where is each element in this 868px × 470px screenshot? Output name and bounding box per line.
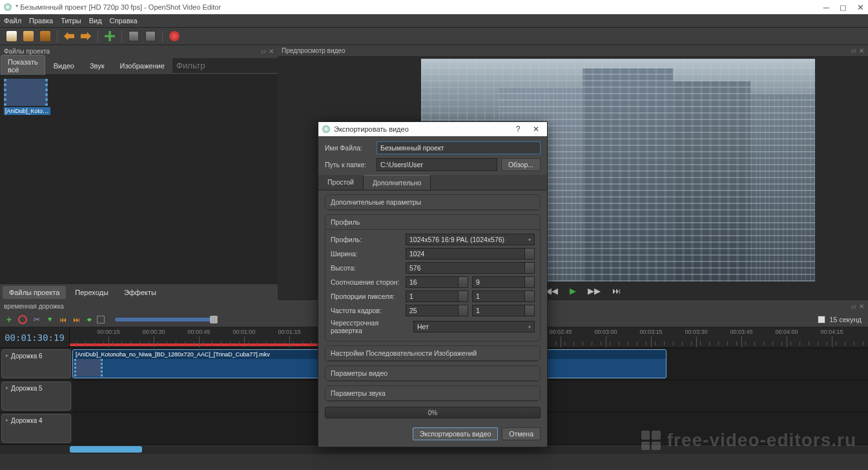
filter-tab-image[interactable]: Изображение — [112, 59, 171, 73]
redo-icon[interactable] — [81, 31, 91, 41]
minimize-button[interactable]: ─ — [823, 3, 829, 12]
import-files-icon[interactable] — [105, 31, 115, 41]
menu-titles[interactable]: Титры — [61, 17, 81, 25]
fps-num-spinbox[interactable]: 25▲▼ — [406, 305, 468, 316]
ruler-label: 00:00:45 — [187, 329, 210, 335]
tab-transitions[interactable]: Переходы — [68, 286, 115, 299]
interlace-combobox[interactable]: Нет — [413, 321, 535, 332]
undock-icon[interactable]: ▱ — [851, 47, 856, 54]
panel-label: Предпросмотр видео — [282, 47, 345, 54]
toolbar-separator — [98, 30, 98, 42]
razor-icon[interactable]: ✂ — [34, 315, 40, 324]
cancel-button[interactable]: Отмена — [502, 427, 541, 440]
filename-input[interactable] — [377, 141, 541, 154]
dialog-close-button[interactable]: ✕ — [529, 125, 543, 134]
open-project-icon[interactable] — [23, 31, 34, 41]
filter-tabs: Показать всё Видео Звук Изображение — [0, 57, 278, 75]
profile-combobox[interactable]: 1024x576 16:9 PAL (1024x576) — [406, 234, 535, 245]
close-panel-icon[interactable]: ✕ — [859, 303, 864, 310]
profile-icon[interactable] — [129, 31, 139, 41]
ruler-label: 00:02:45 — [549, 329, 572, 335]
par-den-spinbox[interactable]: 1▲▼ — [472, 291, 535, 302]
browse-button[interactable]: Обзор... — [501, 158, 541, 171]
panel-label: временная дорожка — [4, 303, 64, 310]
dialog-titlebar[interactable]: Экспортировать видео ? ✕ — [318, 122, 547, 136]
zoom-checkbox[interactable] — [818, 316, 825, 323]
zoom-lock-icon[interactable] — [97, 316, 105, 323]
close-button[interactable]: ✕ — [857, 3, 864, 12]
dialog-icon — [322, 125, 330, 133]
section-image-sequence[interactable]: Настройки Последовательности Изображений — [326, 346, 540, 361]
tab-effects[interactable]: Эффекты — [118, 286, 163, 299]
width-label: Ширина: — [331, 250, 402, 258]
main-toolbar — [0, 27, 868, 45]
menu-file[interactable]: Файл — [4, 17, 21, 25]
timecode-display[interactable]: 00:01:30:19 — [0, 327, 70, 347]
track-header-4[interactable]: Дорожка 4 — [1, 414, 71, 443]
ruler-label: 00:04:00 — [775, 329, 798, 335]
par-label: Пропорции пикселя: — [331, 292, 402, 300]
menu-help[interactable]: Справка — [110, 17, 138, 25]
par-num-spinbox[interactable]: 1▲▼ — [406, 291, 468, 302]
add-track-icon[interactable]: + — [6, 314, 12, 325]
section-audio-params[interactable]: Параметры звука — [326, 386, 540, 401]
track-header-5[interactable]: Дорожка 5 — [1, 382, 71, 411]
menu-bar: Файл Правка Титры Вид Справка — [0, 14, 868, 27]
undock-icon[interactable]: ▱ — [261, 48, 266, 55]
prev-marker-icon[interactable]: ⏮ — [59, 316, 67, 323]
toolbar-separator — [162, 30, 163, 42]
section-extra-params[interactable]: Дополнительные параметры — [326, 195, 540, 210]
fps-den-spinbox[interactable]: 1▲▼ — [472, 305, 535, 316]
close-panel-icon[interactable]: ✕ — [859, 47, 864, 54]
aspect-label: Соотношение сторон: — [331, 278, 402, 286]
aspect-den-spinbox[interactable]: 9▲▼ — [472, 276, 535, 288]
tab-project-files[interactable]: Файлы проекта — [3, 286, 66, 299]
export-button[interactable]: Экспортировать видео — [413, 427, 499, 440]
tab-simple[interactable]: Простой — [318, 175, 363, 190]
close-panel-icon[interactable]: ✕ — [269, 48, 274, 55]
fullscreen-icon[interactable] — [145, 31, 156, 41]
center-playhead-icon[interactable]: ◂▸ — [87, 315, 90, 323]
ruler-label: 00:00:30 — [142, 329, 165, 335]
marker-add-icon[interactable]: ▼ — [46, 316, 53, 323]
project-files-area[interactable]: [AniDub]_Koton... — [0, 75, 278, 283]
spin-value: 1 — [476, 307, 480, 314]
menu-view[interactable]: Вид — [89, 17, 102, 25]
path-input[interactable] — [377, 158, 497, 171]
window-titlebar: * Безымянный проект [HD 720p 30 fps] - O… — [0, 0, 868, 14]
undock-icon[interactable]: ▱ — [851, 303, 856, 310]
filter-input[interactable] — [172, 58, 289, 73]
project-file-item[interactable]: [AniDub]_Koton... — [4, 79, 50, 115]
save-project-icon[interactable] — [40, 31, 50, 41]
filter-tab-audio[interactable]: Звук — [83, 59, 112, 73]
dialog-help-button[interactable]: ? — [511, 125, 525, 134]
filter-tab-all[interactable]: Показать всё — [1, 55, 45, 77]
ruler-label: 00:03:30 — [685, 329, 707, 335]
tab-advanced[interactable]: Дополнительно — [363, 175, 431, 190]
track-label: Дорожка 5 — [11, 385, 43, 392]
snap-icon[interactable] — [18, 315, 27, 324]
section-video-params[interactable]: Параметры видео — [326, 366, 540, 381]
maximize-button[interactable]: ◻ — [840, 3, 847, 12]
forward-icon[interactable]: ▶▶ — [588, 286, 601, 296]
aspect-num-spinbox[interactable]: 16▲▼ — [406, 276, 468, 288]
width-spinbox[interactable]: 1024▲▼ — [406, 248, 535, 260]
undo-icon[interactable] — [64, 31, 74, 41]
zoom-slider[interactable] — [115, 318, 218, 322]
section-profile-header[interactable]: Профиль — [326, 215, 540, 230]
panel-label: Файлы проекта — [4, 48, 50, 55]
spin-value: 16 — [409, 278, 417, 286]
combo-value: Нет — [417, 323, 429, 331]
app-icon — [4, 3, 12, 11]
filter-tab-video[interactable]: Видео — [46, 59, 81, 73]
next-marker-icon[interactable]: ⏭ — [73, 316, 80, 323]
profile-label: Профиль: — [331, 236, 402, 243]
play-icon[interactable]: ▶ — [570, 286, 576, 296]
new-project-icon[interactable] — [6, 31, 17, 41]
height-spinbox[interactable]: 576▲▼ — [406, 262, 535, 274]
fps-label: Частота кадров: — [331, 307, 402, 314]
track-header-6[interactable]: Дорожка 6 — [1, 349, 71, 378]
export-icon[interactable] — [169, 31, 180, 41]
jump-end-icon[interactable]: ⏭ — [612, 286, 621, 296]
menu-edit[interactable]: Правка — [29, 17, 53, 25]
